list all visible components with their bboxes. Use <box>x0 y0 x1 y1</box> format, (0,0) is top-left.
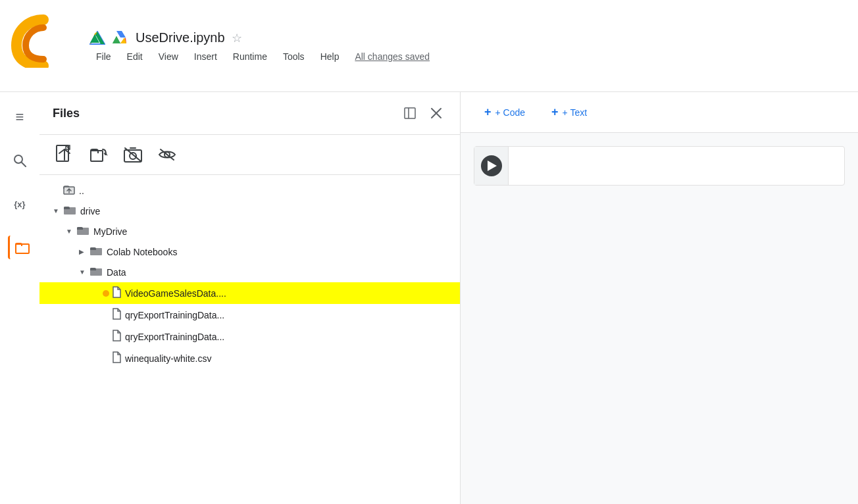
drive-folder-item[interactable]: ▼ drive <box>39 201 460 221</box>
drive-chevron: ▼ <box>53 207 63 214</box>
add-text-plus: + <box>551 105 559 119</box>
menu-edit[interactable]: Edit <box>127 51 143 62</box>
menu-runtime[interactable]: Runtime <box>233 51 267 62</box>
add-text-button[interactable]: + + Text <box>541 100 597 124</box>
file-icon-2 <box>112 308 121 322</box>
drive-folder-label: drive <box>80 206 100 216</box>
code-cell <box>474 146 845 186</box>
save-status: All changes saved <box>355 51 430 62</box>
file-icon-3 <box>112 330 121 343</box>
mydrive-folder-item[interactable]: ▼ MyDrive <box>39 221 460 241</box>
winequality-file-item[interactable]: winequality-white.csv <box>39 347 460 369</box>
title-row: UseDrive.ipynb ☆ <box>11 30 847 46</box>
file-tree: .. ▼ drive ▼ <box>39 175 460 504</box>
add-text-label: + Text <box>563 107 588 118</box>
menu-file[interactable]: File <box>96 51 111 62</box>
drive-folder-icon <box>63 205 76 217</box>
run-cell-button[interactable] <box>474 147 509 185</box>
videogame-file-item[interactable]: VideoGameSalesData.... <box>39 282 460 304</box>
files-title: Files <box>53 107 80 120</box>
star-icon[interactable]: ☆ <box>232 31 242 45</box>
add-code-label: + Code <box>495 107 526 118</box>
add-code-plus: + <box>484 105 492 119</box>
file-icon-4 <box>112 351 121 365</box>
svg-point-5 <box>14 155 22 163</box>
gdrive-icon <box>89 31 105 45</box>
search-icon[interactable] <box>8 149 32 172</box>
menu-help[interactable]: Help <box>320 51 340 62</box>
upload-file-button[interactable] <box>53 143 76 166</box>
mydrive-folder-icon <box>76 225 89 238</box>
winequality-file-label: winequality-white.csv <box>125 353 212 364</box>
svg-rect-14 <box>91 151 103 161</box>
videogame-file-indicator <box>103 290 109 297</box>
qry-file1-label: qryExportTrainingData... <box>125 310 224 320</box>
cell-code-content[interactable] <box>509 147 844 185</box>
svg-line-19 <box>161 149 174 160</box>
svg-line-6 <box>22 163 26 166</box>
mydrive-folder-label: MyDrive <box>93 226 127 237</box>
parent-dir-label: .. <box>79 186 84 196</box>
qry-file2-label: qryExportTrainingData... <box>125 332 224 342</box>
files-header-icons <box>399 103 447 124</box>
folder-up-icon <box>63 184 75 197</box>
topbar: UseDrive.ipynb ☆ File Edit View Insert R… <box>0 0 858 92</box>
notebook-title: UseDrive.ipynb <box>136 30 225 45</box>
data-folder-icon <box>89 266 103 278</box>
qry-file2-item[interactable]: qryExportTrainingData... <box>39 326 460 347</box>
main-layout: ≡ {x} Files <box>0 92 858 504</box>
camera-off-button[interactable] <box>121 143 145 166</box>
files-icon[interactable] <box>8 236 32 259</box>
gdrive-icon-v2 <box>112 30 126 46</box>
hamburger-menu-icon[interactable]: ≡ <box>8 105 32 129</box>
colab-chevron: ▶ <box>79 248 89 255</box>
refresh-folder-button[interactable] <box>87 143 111 166</box>
menu-tools[interactable]: Tools <box>283 51 305 62</box>
colab-notebooks-item[interactable]: ▶ Colab Notebooks <box>39 241 460 262</box>
menu-row: File Edit View Insert Runtime Tools Help… <box>11 51 847 62</box>
play-circle <box>481 155 502 176</box>
close-panel-button[interactable] <box>426 103 447 124</box>
file-icon-1 <box>112 286 121 300</box>
files-panel: Files <box>39 92 461 504</box>
parent-dir-item[interactable]: .. <box>39 180 460 201</box>
cell-area <box>461 133 858 504</box>
right-content: + + Code + + Text <box>461 92 858 504</box>
colab-notebooks-icon <box>89 245 103 258</box>
mydrive-chevron: ▼ <box>66 228 76 235</box>
play-triangle-icon <box>488 161 497 171</box>
qry-file1-item[interactable]: qryExportTrainingData... <box>39 304 460 326</box>
colab-logo <box>11 13 76 68</box>
add-code-button[interactable]: + + Code <box>474 100 536 124</box>
svg-rect-8 <box>405 108 415 118</box>
data-folder-item[interactable]: ▼ Data <box>39 262 460 282</box>
colab-notebooks-label: Colab Notebooks <box>107 247 177 257</box>
svg-rect-12 <box>57 145 68 161</box>
files-header: Files <box>39 92 460 135</box>
sidebar-icons: ≡ {x} <box>0 92 39 504</box>
menu-view[interactable]: View <box>159 51 178 62</box>
data-folder-label: Data <box>107 267 126 278</box>
eye-off-button[interactable] <box>155 143 179 166</box>
add-buttons-row: + + Code + + Text <box>461 92 858 133</box>
files-toolbar <box>39 135 460 175</box>
data-chevron: ▼ <box>79 268 89 276</box>
menu-insert[interactable]: Insert <box>194 51 217 62</box>
variables-icon[interactable]: {x} <box>8 192 32 216</box>
expand-panel-button[interactable] <box>399 103 420 124</box>
videogame-file-label: VideoGameSalesData.... <box>125 288 226 299</box>
